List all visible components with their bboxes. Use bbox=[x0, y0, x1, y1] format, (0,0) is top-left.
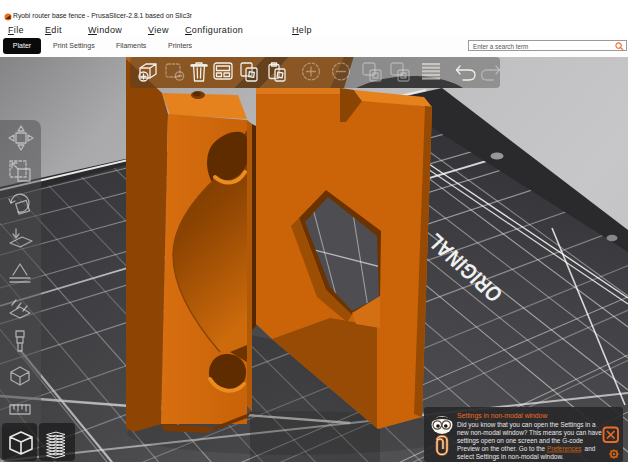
svg-text:Preview on the other. Go to th: Preview on the other. Go to the bbox=[457, 445, 546, 452]
svg-text:select Settings in non-modal w: select Settings in non-modal window. bbox=[457, 453, 564, 461]
svg-text:Preferences: Preferences bbox=[547, 445, 581, 452]
svg-text:settings open on one screen an: settings open on one screen and the G-co… bbox=[457, 437, 584, 445]
svg-text:and: and bbox=[585, 445, 596, 452]
svg-text:Did you know that you can open: Did you know that you can open the Setti… bbox=[457, 421, 596, 429]
svg-text:new non-modal window? This mea: new non-modal window? This means you can… bbox=[457, 429, 602, 437]
svg-text:Settings in non-modal window: Settings in non-modal window bbox=[457, 412, 547, 420]
